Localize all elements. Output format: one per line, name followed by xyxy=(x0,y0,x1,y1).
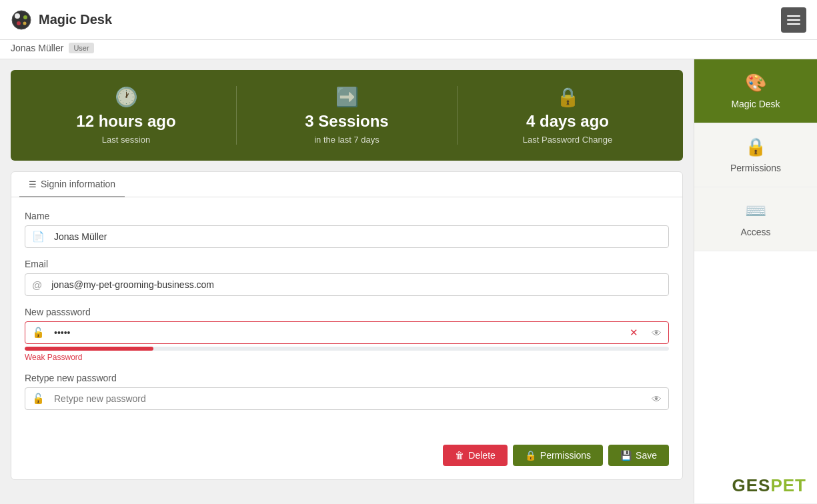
svg-point-4 xyxy=(23,21,27,25)
name-input[interactable] xyxy=(51,226,668,247)
stat-last-session: 🕐 12 hours ago Last session xyxy=(21,86,231,145)
svg-point-3 xyxy=(17,21,21,25)
name-icon: 📄 xyxy=(25,231,51,243)
stat-divider-1 xyxy=(236,86,237,145)
permissions-label: Permissions xyxy=(540,450,591,461)
sub-header: Jonas Müller User xyxy=(0,40,817,59)
retype-password-input[interactable] xyxy=(51,388,645,409)
header: Magic Desk xyxy=(0,0,817,40)
email-input[interactable] xyxy=(49,274,668,295)
sidebar-item-access[interactable]: ⌨️ Access xyxy=(694,187,817,251)
hamburger-line-3 xyxy=(787,23,800,25)
delete-icon: 🗑 xyxy=(455,450,464,461)
name-group: Name 📄 xyxy=(25,211,669,248)
permissions-sidebar-icon: 🔒 xyxy=(745,137,766,157)
main-layout: 🕐 12 hours ago Last session ➡️ 3 Session… xyxy=(0,59,817,503)
permissions-icon: 🔒 xyxy=(525,450,536,461)
stat-password-label: Last Password Change xyxy=(523,135,612,145)
content-area: 🕐 12 hours ago Last session ➡️ 3 Session… xyxy=(0,59,694,503)
magic-desk-label: Magic Desk xyxy=(731,99,780,109)
delete-button[interactable]: 🗑 Delete xyxy=(443,445,507,466)
sidebar: 🎨 Magic Desk 🔒 Permissions ⌨️ Access xyxy=(694,59,817,503)
email-input-wrapper: @ xyxy=(25,273,669,296)
access-label: Access xyxy=(740,227,770,237)
svg-point-2 xyxy=(23,15,27,19)
stat-sessions-value: 3 Sessions xyxy=(305,112,388,131)
hamburger-line-2 xyxy=(787,19,800,21)
password-clear-button[interactable]: ✕ xyxy=(623,327,645,339)
user-role-badge: User xyxy=(69,43,93,53)
sidebar-item-magic-desk[interactable]: 🎨 Magic Desk xyxy=(694,59,817,123)
tab-icon: ☰ xyxy=(29,179,37,189)
email-label: Email xyxy=(25,259,669,269)
hamburger-line-1 xyxy=(787,15,800,17)
password-input[interactable] xyxy=(51,322,623,343)
stat-divider-2 xyxy=(457,86,458,145)
retype-password-group: Retype new password 🔓 👁 xyxy=(25,373,669,410)
footer-logo: GESPET xyxy=(732,475,807,496)
password-input-wrapper: 🔓 ✕ 👁 xyxy=(25,321,669,344)
stat-password-change: 🔒 4 days ago Last Password Change xyxy=(463,86,672,145)
retype-lock-icon: 🔓 xyxy=(25,393,51,405)
password-strength-bar xyxy=(25,347,669,351)
retype-toggle-button[interactable]: 👁 xyxy=(645,393,668,405)
password-toggle-button[interactable]: 👁 xyxy=(645,327,668,339)
stat-last-session-value: 12 hours ago xyxy=(76,112,175,131)
delete-label: Delete xyxy=(468,450,495,461)
retype-input-wrapper: 🔓 👁 xyxy=(25,387,669,410)
form-footer: 🗑 Delete 🔒 Permissions 💾 Save xyxy=(11,434,682,479)
logo-pet: PET xyxy=(770,475,806,495)
access-icon: ⌨️ xyxy=(745,201,766,221)
name-label: Name xyxy=(25,211,669,221)
header-left: Magic Desk xyxy=(11,9,112,31)
user-name: Jonas Müller xyxy=(11,43,63,53)
tab-label: Signin information xyxy=(41,179,115,189)
lock-field-icon: 🔓 xyxy=(25,327,51,339)
email-group: Email @ xyxy=(25,259,669,296)
logo-icon xyxy=(11,9,32,31)
stat-sessions-label: in the last 7 days xyxy=(314,135,379,145)
retype-label: Retype new password xyxy=(25,373,669,383)
app-title: Magic Desk xyxy=(39,12,112,27)
form-card: ☰ Signin information Name 📄 Email xyxy=(11,171,683,480)
hamburger-button[interactable] xyxy=(781,7,806,33)
form-body: Name 📄 Email @ New passsword xyxy=(11,197,682,434)
tab-signin-information[interactable]: ☰ Signin information xyxy=(19,172,125,197)
sidebar-item-permissions[interactable]: 🔒 Permissions xyxy=(694,123,817,187)
stat-last-session-label: Last session xyxy=(102,135,150,145)
svg-point-0 xyxy=(12,11,31,29)
magic-desk-icon: 🎨 xyxy=(745,73,766,93)
save-icon: 💾 xyxy=(620,450,632,461)
password-strength-fill xyxy=(25,347,153,351)
email-icon: @ xyxy=(25,279,49,291)
stat-sessions: ➡️ 3 Sessions in the last 7 days xyxy=(242,86,452,145)
permissions-sidebar-label: Permissions xyxy=(730,163,781,173)
permissions-button[interactable]: 🔒 Permissions xyxy=(513,445,603,466)
password-strength-text: Weak Password xyxy=(25,353,669,362)
clock-icon: 🕐 xyxy=(115,86,138,108)
stat-password-value: 4 days ago xyxy=(526,112,609,131)
stats-banner: 🕐 12 hours ago Last session ➡️ 3 Session… xyxy=(11,70,683,161)
svg-point-1 xyxy=(15,13,20,19)
lock-icon: 🔒 xyxy=(556,86,580,108)
save-label: Save xyxy=(636,450,657,461)
save-button[interactable]: 💾 Save xyxy=(608,445,669,466)
password-group: New passsword 🔓 ✕ 👁 Weak Password xyxy=(25,307,669,362)
login-icon: ➡️ xyxy=(335,86,359,108)
name-input-wrapper: 📄 xyxy=(25,225,669,248)
form-tabs: ☰ Signin information xyxy=(11,172,682,197)
logo-ges: GES xyxy=(732,475,771,495)
password-label: New passsword xyxy=(25,307,669,317)
